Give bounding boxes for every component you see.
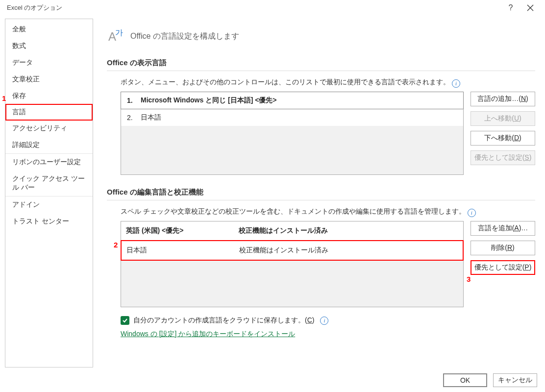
- list-item-name: 日本語: [126, 246, 239, 255]
- section-display-language-title: Office の表示言語: [107, 58, 535, 71]
- info-icon[interactable]: i: [320, 317, 328, 325]
- cancel-button[interactable]: キャンセル: [493, 373, 537, 387]
- list-item-label: Microsoft Windows と同じ [日本語] <優先>: [141, 96, 277, 105]
- listbox-empty: [121, 126, 463, 174]
- sidebar-item-proofing[interactable]: 文章校正: [5, 71, 93, 88]
- dialog-footer: OK キャンセル: [443, 373, 537, 387]
- install-keyboard-link[interactable]: Windows の [設定] から追加のキーボードをインストール: [121, 330, 295, 338]
- main-panel: A 가 Office の言語設定を構成します Office の表示言語 ボタン、…: [93, 19, 540, 368]
- save-authoring-language-checkbox-row: 自分のアカウントの作成言語をクラウドに保存します。(C) i: [121, 316, 535, 325]
- titlebar: Excel のオプション ?: [0, 0, 545, 16]
- sidebar-item-formulas[interactable]: 数式: [5, 38, 93, 54]
- editing-language-buttons: 言語を追加(A)… 削除(R) 優先として設定(P): [471, 221, 535, 275]
- list-item-status: 校正機能はインストール済み: [239, 226, 328, 235]
- list-item[interactable]: 英語 (米国) <優先> 校正機能はインストール済み: [121, 221, 463, 241]
- info-icon[interactable]: i: [468, 209, 476, 217]
- annotation-3: 3: [467, 275, 471, 283]
- listbox-empty: [121, 261, 463, 307]
- display-language-buttons: 言語の追加…(N) 上へ移動(U) 下へ移動(D) 優先として設定(S): [471, 92, 535, 165]
- sidebar-item-advanced[interactable]: 詳細設定: [5, 137, 93, 153]
- list-item[interactable]: 日本語 校正機能はインストール済み: [121, 240, 464, 261]
- sidebar-item-general[interactable]: 全般: [5, 21, 93, 38]
- sidebar-item-customize-ribbon[interactable]: リボンのユーザー設定: [5, 153, 93, 171]
- page-heading: A 가 Office の言語設定を構成します: [107, 27, 535, 46]
- options-sidebar: 全般 数式 データ 文章校正 保存 言語 アクセシビリティ 詳細設定 リボンのユ…: [5, 19, 93, 368]
- close-button[interactable]: [520, 0, 540, 16]
- ok-button[interactable]: OK: [443, 373, 487, 387]
- checkbox-checked-icon[interactable]: [121, 316, 129, 325]
- add-editing-language-button[interactable]: 言語を追加(A)…: [471, 221, 535, 236]
- annotation-1: 1: [2, 94, 6, 102]
- info-icon[interactable]: i: [452, 79, 460, 88]
- list-item[interactable]: 1. Microsoft Windows と同じ [日本語] <優先>: [121, 92, 464, 109]
- list-item-label: 日本語: [141, 113, 161, 122]
- sidebar-item-language[interactable]: 言語: [5, 104, 93, 121]
- svg-text:가: 가: [115, 28, 123, 37]
- page-heading-text: Office の言語設定を構成します: [130, 31, 239, 42]
- window-title: Excel のオプション: [7, 3, 501, 12]
- annotation-2: 2: [114, 241, 118, 249]
- sidebar-item-addins[interactable]: アドイン: [5, 196, 93, 213]
- list-item-name: 英語 (米国) <優先>: [126, 226, 239, 235]
- section-editing-language-desc: スペル チェックや文章校正などの校正ツールを含む、ドキュメントの作成や編集に使用…: [121, 207, 535, 217]
- sidebar-item-accessibility[interactable]: アクセシビリティ: [5, 120, 93, 137]
- set-preferred-editing-button[interactable]: 優先として設定(P): [471, 260, 535, 275]
- list-item-status: 校正機能はインストール済み: [239, 246, 328, 255]
- editing-language-listbox[interactable]: 英語 (米国) <優先> 校正機能はインストール済み 日本語 校正機能はインスト…: [121, 221, 464, 307]
- sidebar-item-quick-access[interactable]: クイック アクセス ツール バー: [5, 171, 93, 196]
- remove-editing-language-button[interactable]: 削除(R): [471, 241, 535, 255]
- add-display-language-button[interactable]: 言語の追加…(N): [471, 92, 535, 106]
- sidebar-item-trust-center[interactable]: トラスト センター: [5, 213, 93, 230]
- list-item-number: 2.: [127, 114, 141, 122]
- sidebar-item-data[interactable]: データ: [5, 54, 93, 71]
- sidebar-item-save[interactable]: 保存: [5, 88, 93, 104]
- move-up-button: 上へ移動(U): [471, 111, 535, 126]
- help-button[interactable]: ?: [501, 0, 520, 16]
- section-editing-language-title: Office の編集言語と校正機能: [107, 188, 535, 200]
- section-display-language-desc: ボタン、メニュー、およびその他のコントロールは、このリストで最初に使用できる言語…: [121, 78, 535, 88]
- move-down-button[interactable]: 下へ移動(D): [471, 131, 535, 146]
- checkbox-label[interactable]: 自分のアカウントの作成言語をクラウドに保存します。(C): [133, 316, 314, 325]
- list-item[interactable]: 2. 日本語: [121, 109, 463, 126]
- set-preferred-display-button: 優先として設定(S): [471, 150, 535, 165]
- language-icon: A 가: [107, 27, 124, 46]
- list-item-number: 1.: [127, 97, 141, 104]
- install-keyboard-link-row: Windows の [設定] から追加のキーボードをインストール: [121, 330, 535, 339]
- display-language-listbox[interactable]: 1. Microsoft Windows と同じ [日本語] <優先> 2. 日…: [121, 92, 464, 175]
